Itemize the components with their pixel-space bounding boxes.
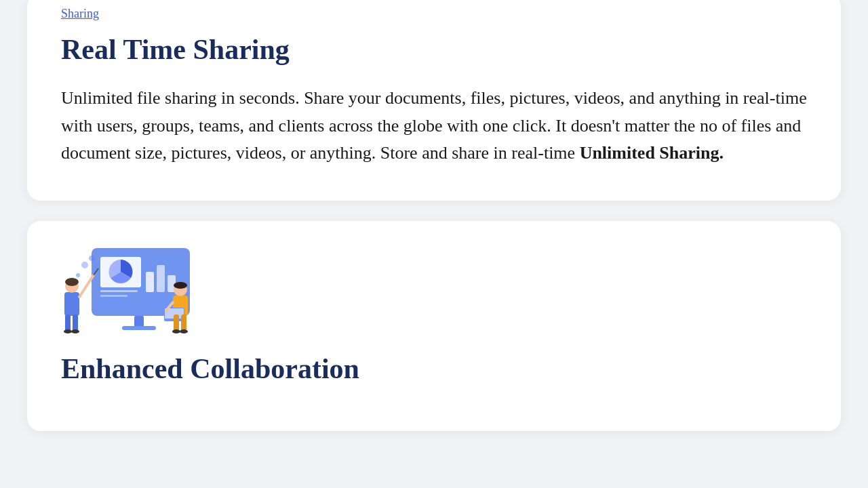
page-wrapper: Sharing Real Time Sharing Unlimited file… bbox=[0, 0, 868, 431]
top-link[interactable]: Sharing bbox=[61, 7, 99, 21]
svg-rect-27 bbox=[181, 314, 186, 331]
svg-point-32 bbox=[89, 256, 94, 261]
svg-point-22 bbox=[174, 282, 187, 289]
svg-rect-7 bbox=[100, 290, 138, 292]
svg-rect-5 bbox=[157, 265, 165, 292]
enhanced-collaboration-card: Enhanced Collaboration bbox=[27, 221, 841, 431]
real-time-sharing-card: Sharing Real Time Sharing Unlimited file… bbox=[27, 0, 841, 201]
svg-rect-10 bbox=[122, 326, 156, 330]
svg-point-30 bbox=[81, 262, 88, 268]
real-time-sharing-body: Unlimited file sharing in seconds. Share… bbox=[61, 85, 807, 167]
svg-rect-11 bbox=[64, 292, 79, 316]
collaboration-illustration bbox=[54, 235, 203, 343]
bold-text: Unlimited Sharing. bbox=[580, 143, 724, 163]
svg-point-19 bbox=[71, 329, 79, 333]
svg-rect-4 bbox=[146, 272, 154, 292]
svg-rect-17 bbox=[73, 314, 78, 331]
bg-circle-decoration bbox=[34, 479, 88, 488]
real-time-sharing-title: Real Time Sharing bbox=[61, 33, 807, 66]
enhanced-collaboration-title: Enhanced Collaboration bbox=[61, 352, 807, 385]
collaboration-illustration-container bbox=[54, 235, 807, 346]
svg-line-14 bbox=[79, 275, 94, 297]
svg-rect-26 bbox=[174, 314, 179, 331]
svg-rect-16 bbox=[65, 314, 71, 331]
svg-rect-8 bbox=[100, 295, 127, 297]
svg-point-31 bbox=[76, 273, 80, 277]
svg-point-28 bbox=[172, 329, 180, 333]
svg-point-29 bbox=[180, 329, 188, 333]
svg-point-13 bbox=[65, 278, 79, 286]
svg-point-18 bbox=[64, 329, 72, 333]
